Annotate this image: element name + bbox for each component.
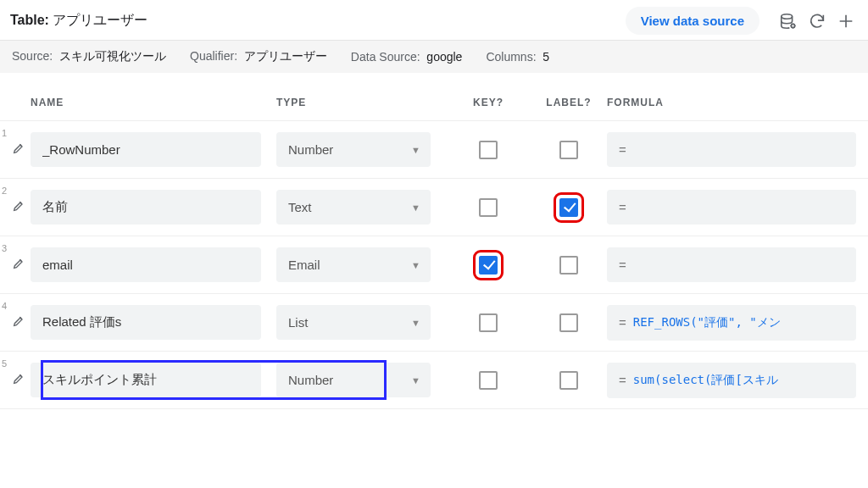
label-checkbox[interactable] bbox=[559, 198, 578, 217]
table-row: 4 List▼=REF_ROWS("評価", "メン bbox=[0, 294, 868, 352]
table-row: 1 Number▼= bbox=[0, 121, 868, 179]
label-checkbox[interactable] bbox=[559, 256, 578, 274]
formula-equals: = bbox=[619, 142, 626, 157]
top-bar: Table: アプリユーザー View data source bbox=[0, 0, 868, 41]
table-row: 5 Number▼=sum(select(評価[スキル bbox=[0, 352, 868, 409]
label-checkbox[interactable] bbox=[559, 313, 578, 332]
key-checkbox[interactable] bbox=[479, 198, 498, 217]
column-type-select[interactable]: List bbox=[276, 305, 431, 340]
column-type-select[interactable]: Number bbox=[276, 132, 431, 167]
table-row: 3 Email▼= bbox=[0, 236, 868, 294]
edit-row-icon[interactable] bbox=[12, 314, 25, 330]
formula-field[interactable]: =sum(select(評価[スキル bbox=[607, 363, 856, 398]
column-name-input[interactable] bbox=[31, 305, 261, 340]
svg-point-1 bbox=[791, 24, 794, 27]
edit-row-icon[interactable] bbox=[12, 372, 25, 388]
formula-equals: = bbox=[619, 258, 626, 272]
formula-field[interactable]: =REF_ROWS("評価", "メン bbox=[607, 305, 856, 341]
label-checkbox[interactable] bbox=[559, 141, 578, 159]
svg-point-0 bbox=[782, 14, 793, 19]
sub-bar: Source: スキル可視化ツール Qualifier: アプリユーザー Dat… bbox=[0, 41, 868, 73]
formula-field[interactable]: = bbox=[607, 247, 856, 282]
label-checkbox[interactable] bbox=[559, 371, 578, 390]
edit-row-icon[interactable] bbox=[12, 199, 25, 215]
column-name-input[interactable] bbox=[31, 247, 261, 282]
datasource-settings-icon[interactable] bbox=[776, 9, 800, 33]
column-name-input[interactable] bbox=[31, 132, 261, 167]
column-rows: 1 Number▼=2 Text▼=3 Email▼=4 List▼=REF_R… bbox=[0, 120, 868, 409]
table-row: 2 Text▼= bbox=[0, 179, 868, 236]
add-icon[interactable] bbox=[834, 9, 858, 33]
key-checkbox[interactable] bbox=[479, 141, 498, 159]
table-title: Table: アプリユーザー bbox=[10, 12, 147, 30]
formula-expression: sum(select(評価[スキル bbox=[633, 373, 778, 388]
row-index: 4 bbox=[2, 299, 7, 311]
key-checkbox[interactable] bbox=[479, 371, 498, 390]
formula-field[interactable]: = bbox=[607, 190, 856, 225]
refresh-icon[interactable] bbox=[805, 9, 829, 33]
row-index: 2 bbox=[2, 184, 7, 196]
formula-equals: = bbox=[619, 373, 626, 387]
column-name-input[interactable] bbox=[31, 190, 261, 225]
columns-header: NAME TYPE KEY? LABEL? FORMULA bbox=[0, 73, 868, 120]
key-checkbox[interactable] bbox=[479, 256, 498, 274]
row-index: 5 bbox=[2, 357, 7, 369]
column-type-select[interactable]: Email bbox=[276, 247, 431, 282]
key-checkbox[interactable] bbox=[479, 313, 498, 332]
formula-field[interactable]: = bbox=[607, 132, 856, 167]
formula-equals: = bbox=[619, 200, 626, 214]
row-index: 3 bbox=[2, 241, 7, 253]
column-type-select[interactable]: Number bbox=[276, 363, 431, 397]
row-index: 1 bbox=[2, 126, 7, 138]
edit-row-icon[interactable] bbox=[12, 257, 25, 273]
column-type-select[interactable]: Text bbox=[276, 190, 431, 225]
formula-expression: REF_ROWS("評価", "メン bbox=[633, 315, 781, 330]
formula-equals: = bbox=[619, 315, 626, 330]
edit-row-icon[interactable] bbox=[12, 141, 25, 158]
view-data-source-button[interactable]: View data source bbox=[626, 7, 760, 35]
column-name-input[interactable] bbox=[31, 363, 261, 397]
